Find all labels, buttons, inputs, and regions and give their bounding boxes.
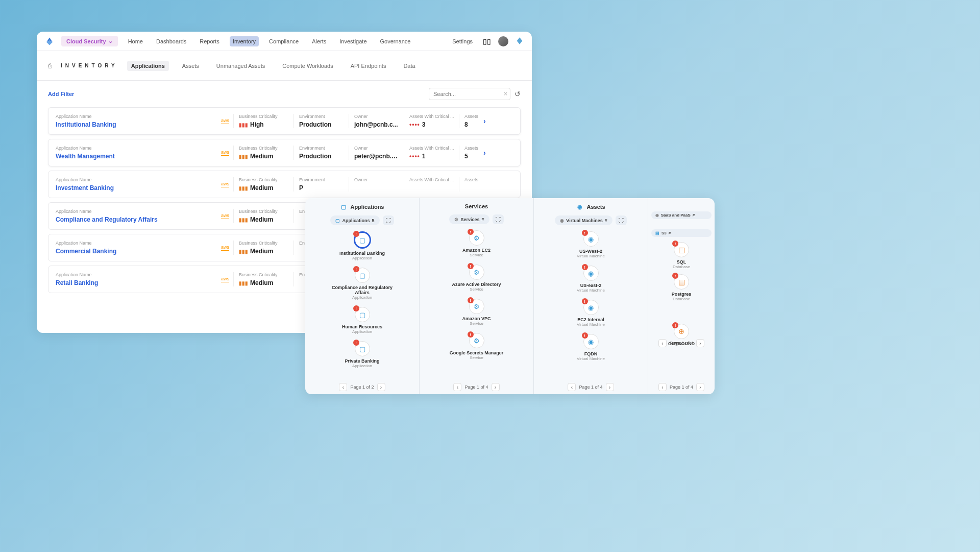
nav-reports[interactable]: Reports xyxy=(197,36,223,46)
graph-node[interactable]: ! ⚙ Azure Active Directory Service xyxy=(424,265,529,292)
app-icon[interactable] xyxy=(516,37,524,46)
node-title: FQDN xyxy=(584,351,598,356)
vms-count-chip[interactable]: ◉ Virtual Machines # xyxy=(555,215,612,225)
apps-count-chip[interactable]: ▢ Applications 5 xyxy=(330,215,379,225)
subtab-data[interactable]: Data xyxy=(399,61,419,71)
awc-label: Assets With Critical ... xyxy=(409,177,455,182)
graph-node[interactable]: ! ▤ Postgres Database xyxy=(651,274,712,301)
graph-node[interactable]: ! ◉ US-West-2 Virtual Machine xyxy=(538,231,644,258)
node-subtitle: Virtual Machine xyxy=(577,356,605,361)
svcs-prev-button[interactable]: ‹ xyxy=(453,383,461,391)
expand-arrow-icon[interactable]: › xyxy=(483,117,504,125)
graph-node[interactable]: ! ▢ Compliance and Regulatory Affairs Ap… xyxy=(309,268,415,300)
node-title: Compliance and Regulatory Affairs xyxy=(332,285,393,295)
node-icon: ! ⚙ xyxy=(469,265,484,280)
application-name[interactable]: Retail Banking xyxy=(56,279,221,286)
apps-prev-button[interactable]: ‹ xyxy=(339,383,347,391)
extra2-next-button[interactable]: › xyxy=(696,383,704,391)
node-icon: ! ◉ xyxy=(583,231,599,247)
graph-node[interactable]: ! ⚙ Amazon VPC Service xyxy=(424,299,529,326)
nav-inventory[interactable]: Inventory xyxy=(230,36,259,46)
cloud-security-dropdown[interactable]: Cloud Security ⌄ xyxy=(61,36,118,46)
node-icon: ! ▤ xyxy=(674,242,689,257)
criticality-value: ▮▮▮Medium xyxy=(239,279,289,286)
search-input[interactable] xyxy=(429,88,510,100)
apps-next-button[interactable]: › xyxy=(377,383,385,391)
appname-label: Application Name xyxy=(56,209,221,214)
s3-chip[interactable]: ▤ S3 # xyxy=(651,229,712,237)
nav-alerts[interactable]: Alerts xyxy=(309,36,329,46)
node-icon: ! ⚙ xyxy=(469,333,484,348)
criticality-value: ▮▮▮Medium xyxy=(239,216,289,223)
environment-value: Production xyxy=(299,121,345,128)
graph-node[interactable]: ! ◉ FQDN Virtual Machine xyxy=(538,334,644,361)
graph-node[interactable]: ! ⚙ Google Secrets Manager Service xyxy=(424,333,529,360)
node-title: Azure Active Directory xyxy=(452,282,501,287)
graph-node[interactable]: ! ▢ Institutional Banking Application xyxy=(309,231,415,260)
printer-icon[interactable]: ⎙ xyxy=(48,62,52,69)
book-icon[interactable]: ▯▯ xyxy=(483,37,491,45)
nav-compliance[interactable]: Compliance xyxy=(266,36,302,46)
node-title: US-West-2 xyxy=(579,249,602,254)
svcs-expand-icon[interactable]: ⛶ xyxy=(493,214,504,224)
nav-settings[interactable]: Settings xyxy=(449,36,476,46)
graph-node[interactable]: ! ◉ US-east-2 Virtual Machine xyxy=(538,266,644,293)
subtab-assets[interactable]: Assets xyxy=(178,61,203,71)
saas-chip[interactable]: ◉ SaaS and PaaS # xyxy=(651,211,712,219)
env-label: Environment xyxy=(299,177,345,182)
subtab-api[interactable]: API Endpoints xyxy=(347,61,390,71)
graph-node[interactable]: ! ▢ Human Resources Application xyxy=(309,307,415,334)
application-name[interactable]: Commercial Banking xyxy=(56,248,221,255)
expand-arrow-icon[interactable]: › xyxy=(483,149,504,157)
svcs-next-button[interactable]: › xyxy=(492,383,500,391)
node-icon: ! ▢ xyxy=(355,307,370,322)
crit-label: Business Criticality xyxy=(239,177,289,182)
assets-prev-button[interactable]: ‹ xyxy=(568,383,576,391)
node-subtitle: Virtual Machine xyxy=(577,288,605,293)
alert-badge-icon: ! xyxy=(582,298,588,304)
application-name[interactable]: Compliance and Regulatory Affairs xyxy=(56,216,221,223)
add-filter-button[interactable]: Add Filter xyxy=(48,91,74,97)
criticality-value: ▮▮▮Medium xyxy=(239,153,289,160)
nav-home[interactable]: Home xyxy=(125,36,146,46)
node-icon: ! ▤ xyxy=(674,274,689,290)
subtab-applications[interactable]: Applications xyxy=(127,61,169,71)
alert-badge-icon: ! xyxy=(672,241,678,247)
applications-header: ▢ Applications xyxy=(309,203,415,210)
graph-node[interactable]: ! ▤ SQL Database xyxy=(651,242,712,269)
graph-node[interactable]: ! ⚙ Amazon EC2 Service xyxy=(424,230,529,257)
extra2-prev-button[interactable]: ‹ xyxy=(658,383,667,391)
apps-pager: ‹ Page 1 of 2 › xyxy=(305,383,419,391)
application-card[interactable]: Application Name Institutional Banking a… xyxy=(48,107,521,135)
graph-node[interactable]: ! ◉ EC2 Internal Virtual Machine xyxy=(538,300,644,327)
apps-expand-icon[interactable]: ⛶ xyxy=(383,215,394,225)
assets-next-button[interactable]: › xyxy=(606,383,614,391)
application-name[interactable]: Wealth Management xyxy=(56,153,221,160)
graph-node[interactable]: ! ▢ Private Banking Application xyxy=(309,341,415,368)
graph-col-extra: ◉ SaaS and PaaS # ▤ S3 # ! ▤ SQL Databas… xyxy=(648,198,715,394)
application-card[interactable]: Application Name Investment Banking aws … xyxy=(48,171,521,198)
aws-icon: aws xyxy=(221,245,229,251)
nav-governance[interactable]: Governance xyxy=(377,36,414,46)
subtab-unmanaged[interactable]: Unmanaged Assets xyxy=(212,61,269,71)
vms-expand-icon[interactable]: ⛶ xyxy=(616,215,627,225)
application-name[interactable]: Institutional Banking xyxy=(56,121,221,128)
extra1-prev-button[interactable]: ‹ xyxy=(658,339,667,347)
extra2-page-label: Page 1 of 4 xyxy=(670,385,693,390)
application-name[interactable]: Investment Banking xyxy=(56,184,221,191)
svcs-pager: ‹ Page 1 of 4 › xyxy=(420,383,533,391)
node-title: US-east-2 xyxy=(580,283,602,288)
reset-icon[interactable]: ↺ xyxy=(514,90,521,98)
application-card[interactable]: Application Name Wealth Management aws B… xyxy=(48,139,521,166)
nav-investigate[interactable]: Investigate xyxy=(336,36,370,46)
clear-search-icon[interactable]: × xyxy=(504,90,507,98)
node-title: Institutional Banking xyxy=(339,251,385,256)
node-subtitle: Virtual Machine xyxy=(577,322,605,327)
nav-dashboards[interactable]: Dashboards xyxy=(153,36,189,46)
avatar[interactable] xyxy=(498,36,508,46)
cloud-security-label: Cloud Security xyxy=(66,38,106,44)
extra1-next-button[interactable]: › xyxy=(696,339,704,347)
svcs-count-chip[interactable]: ⚙ Services # xyxy=(449,214,489,224)
applications-icon: ▢ xyxy=(340,203,347,210)
subtab-compute[interactable]: Compute Workloads xyxy=(278,61,337,71)
